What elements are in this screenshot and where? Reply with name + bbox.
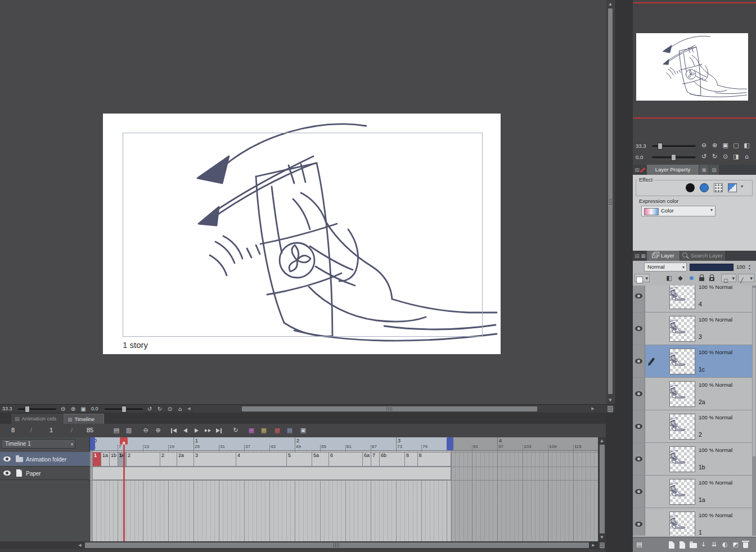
merge-to-lower-icon[interactable]: ⇊: [709, 540, 719, 549]
canvas-zoom-slider-thumb[interactable]: [25, 406, 30, 413]
tab-layer-property[interactable]: Layer Property: [647, 165, 699, 175]
new-vector-layer-icon[interactable]: [680, 541, 685, 549]
previous-frame-button[interactable]: [180, 426, 190, 435]
paper-cel-block[interactable]: [92, 467, 451, 480]
export-animation-icon[interactable]: ▦: [285, 426, 295, 435]
timeline-cel[interactable]: 1a: [101, 452, 109, 467]
layer-scroll-thumb[interactable]: [753, 288, 755, 456]
timeline-cel[interactable]: 6b: [379, 452, 404, 467]
new-layer-folder-icon[interactable]: [690, 543, 697, 548]
timeline-cel[interactable]: 2: [160, 452, 177, 467]
opacity-spin-down-icon[interactable]: ▾: [747, 267, 752, 270]
layer-thumbnail[interactable]: [669, 381, 695, 407]
rotate-cw-icon[interactable]: ↻: [155, 405, 164, 413]
canvas-rotation-slider-thumb[interactable]: [122, 406, 127, 413]
canvas-vscroll-thumb[interactable]: [608, 8, 613, 394]
range-end-handle[interactable]: [447, 437, 453, 450]
layer-row[interactable]: 100 % Normal 3: [633, 313, 752, 345]
timeline-cel[interactable]: 2a: [177, 452, 194, 467]
panel-menu-icon[interactable]: ▤: [634, 166, 640, 174]
fit-to-screen-icon[interactable]: ▣: [79, 405, 88, 413]
playhead-marker[interactable]: 8: [120, 437, 128, 445]
layer-color-icon[interactable]: [728, 183, 737, 192]
layer-visible-eye-icon[interactable]: [635, 326, 642, 331]
rotate-cw-icon[interactable]: ↻: [710, 152, 719, 161]
apply-mask-icon[interactable]: ◩: [731, 540, 740, 549]
navigator-rotation-slider[interactable]: [652, 156, 696, 159]
skip-to-end-button[interactable]: [214, 426, 224, 435]
layer-thumbnail[interactable]: [669, 349, 695, 374]
layer-thumbnail[interactable]: [669, 286, 695, 309]
layer-visibility-cell[interactable]: [633, 476, 645, 508]
transfer-to-lower-icon[interactable]: ↓: [699, 540, 708, 549]
timeline-cel[interactable]: 7: [371, 452, 379, 467]
timeline-zoom-out-icon[interactable]: ⊖: [141, 426, 151, 435]
flip-vertical-icon[interactable]: ◨: [731, 152, 741, 161]
draft-layer-icon[interactable]: ●: [687, 274, 696, 282]
timeline-cel[interactable]: 5a: [312, 452, 328, 467]
rotate-ccw-icon[interactable]: ↺: [145, 405, 154, 413]
scroll-down-icon[interactable]: ▼: [607, 397, 614, 404]
layer-visibility-cell[interactable]: [633, 378, 645, 410]
timeline-vscrollbar[interactable]: ▲ ▼: [598, 437, 606, 541]
canvas-hscrollbar[interactable]: [194, 406, 588, 412]
zoom-in-icon[interactable]: ⊕: [69, 405, 78, 413]
enable-onion-skin-icon[interactable]: ▦: [272, 426, 282, 435]
reset-rotation-icon[interactable]: ⊙: [721, 152, 730, 161]
create-layer-mask-icon[interactable]: ◐: [720, 540, 730, 549]
tab-animation-cels[interactable]: ▤Animation cels: [11, 414, 63, 424]
timeline-cel[interactable]: 3: [194, 452, 236, 467]
layer-visible-eye-icon[interactable]: [635, 489, 642, 494]
ruler-button[interactable]: ╱ ▾: [738, 274, 754, 282]
layer-thumbnail[interactable]: [669, 512, 695, 536]
timeline-cel[interactable]: 6: [328, 452, 362, 467]
loop-playback-icon[interactable]: ↻: [231, 426, 241, 435]
layer-visibility-cell[interactable]: [633, 410, 645, 442]
canvas-viewport[interactable]: 1 story ▲ ▼ 33.3 ⊖ ⊕ ▣ 0.0 ↺ ↻ ⊙ ⌂ ◀: [0, 0, 615, 413]
scroll-up-icon[interactable]: ▲: [598, 437, 605, 444]
timeline-cel[interactable]: 2: [126, 452, 160, 467]
canvas-vscrollbar[interactable]: ▲ ▼: [606, 0, 614, 404]
actual-size-icon[interactable]: ▢: [731, 141, 741, 150]
layer-row[interactable]: 100 % Normal 1c: [633, 345, 752, 378]
playhead-line[interactable]: [123, 445, 125, 541]
zoom-out-icon[interactable]: ⊖: [699, 141, 709, 150]
blend-mode-dropdown[interactable]: Normal ▾: [644, 263, 687, 272]
new-raster-layer-icon[interactable]: [669, 541, 674, 549]
tab-layer[interactable]: Layer: [647, 251, 680, 261]
panel-menu-icon[interactable]: ▤: [634, 252, 640, 260]
track-animation-folder[interactable]: Animation folder: [0, 452, 90, 467]
layer-visibility-cell[interactable]: [633, 345, 645, 377]
reset-display-icon[interactable]: ⌂: [176, 405, 184, 413]
reset-display-icon[interactable]: ⌂: [742, 152, 752, 161]
track-visible-eye-icon[interactable]: [3, 470, 11, 476]
layer-visibility-cell[interactable]: [633, 286, 645, 312]
navigator-rotation-slider-thumb[interactable]: [671, 154, 676, 161]
layer-visible-eye-icon[interactable]: [635, 391, 642, 396]
layer-row[interactable]: 100 % Normal 1b: [633, 443, 752, 476]
timeline-settings-icon[interactable]: ▣: [298, 426, 308, 435]
layer-visible-eye-icon[interactable]: [635, 522, 642, 527]
scroll-down-icon[interactable]: ▼: [598, 534, 605, 541]
tab-timeline[interactable]: ▦Timeline: [64, 414, 104, 424]
track-paper[interactable]: Paper: [0, 467, 90, 480]
expression-color-dropdown[interactable]: Color ▾: [641, 206, 716, 216]
selection-source-button[interactable]: ▢ ▾: [721, 274, 736, 282]
timeline-cel[interactable]: 4: [236, 452, 286, 467]
layer-thumbnail[interactable]: [669, 446, 695, 472]
timeline-zoom-in-icon[interactable]: ⊕: [153, 426, 163, 435]
track-visible-eye-icon[interactable]: [3, 456, 11, 461]
lock-transparent-pixels-icon[interactable]: [709, 277, 714, 281]
opacity-slider[interactable]: [690, 264, 734, 271]
tab-stub-icon[interactable]: ▨: [709, 165, 719, 175]
specify-cels-icon[interactable]: ▦: [259, 426, 269, 435]
layer-visible-eye-icon[interactable]: [635, 424, 642, 429]
layer-thumbnail[interactable]: [669, 479, 695, 505]
next-frame-button[interactable]: [202, 426, 213, 435]
scroll-right-icon[interactable]: ▶: [590, 405, 596, 412]
tone-effect-icon[interactable]: [714, 183, 723, 192]
layer-visibility-cell[interactable]: [633, 508, 645, 536]
scrollbar-corner-grip[interactable]: [600, 542, 605, 548]
tab-search-layer[interactable]: Search Layer: [680, 251, 725, 261]
timeline-hscroll-thumb[interactable]: [85, 542, 589, 548]
